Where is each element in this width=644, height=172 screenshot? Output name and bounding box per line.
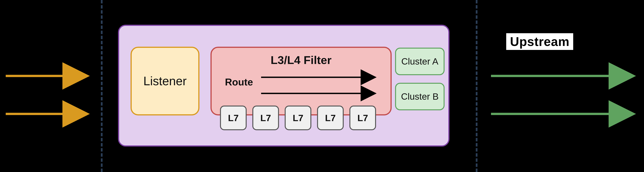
route-arrow-2 — [261, 89, 381, 98]
l7-label: L7 — [325, 113, 336, 123]
l7-label: L7 — [260, 113, 271, 123]
upstream-boundary — [476, 0, 478, 172]
l7-filter-box: L7 — [220, 105, 247, 130]
downstream-boundary — [101, 0, 102, 172]
cluster-a-box: Cluster A — [395, 48, 444, 75]
l7-label: L7 — [293, 113, 303, 123]
l7-filter-box: L7 — [252, 105, 279, 130]
upstream-label: Upstream — [506, 33, 573, 50]
outbound-arrow-2 — [491, 108, 640, 120]
filter-title: L3/L4 Filter — [212, 54, 390, 67]
outbound-arrow-1 — [491, 70, 640, 82]
diagram-stage: Listener L3/L4 Filter Route L7 L7 L7 L7 … — [0, 0, 644, 172]
l7-label: L7 — [358, 113, 368, 123]
cluster-b-box: Cluster B — [395, 83, 444, 110]
l7-filter-box: L7 — [285, 105, 311, 130]
l7-label: L7 — [228, 113, 239, 123]
l3l4-filter-box: L3/L4 Filter Route — [210, 47, 392, 115]
cluster-a-label: Cluster A — [401, 56, 438, 67]
route-label: Route — [225, 76, 253, 88]
route-arrow-1 — [261, 73, 381, 82]
listener-box: Listener — [130, 47, 200, 115]
envoy-container: Listener L3/L4 Filter Route L7 L7 L7 L7 … — [118, 25, 450, 147]
inbound-arrow-1 — [6, 70, 93, 82]
inbound-arrow-2 — [6, 108, 93, 120]
listener-label: Listener — [143, 74, 187, 88]
l7-filter-row: L7 L7 L7 L7 L7 — [220, 105, 376, 130]
cluster-b-label: Cluster B — [401, 91, 438, 102]
l7-filter-box: L7 — [317, 105, 344, 130]
l7-filter-box: L7 — [350, 105, 376, 130]
